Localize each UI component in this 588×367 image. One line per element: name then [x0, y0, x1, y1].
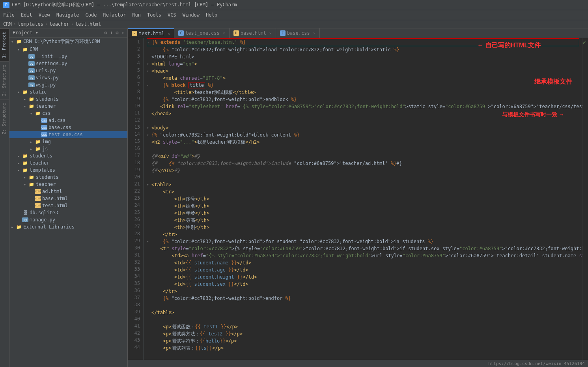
tree-item-ad-css[interactable]: cssad.css [9, 117, 127, 124]
fold-43[interactable] [147, 337, 151, 345]
fold-7[interactable]: ▾ [147, 82, 151, 89]
fold-34[interactable] [147, 273, 151, 281]
code-line-1: ▾{% extends 'teacher/base.html' %} [147, 38, 579, 46]
menu-item-run[interactable]: Run [129, 11, 144, 19]
tree-item-students-tpl[interactable]: ▸📁students [9, 174, 127, 181]
editor-area[interactable]: ← 自己写的HTML文件 继承模板文件 与模板文件书写时一致 → 1234567… [128, 38, 588, 360]
fold-5[interactable]: ▾ [147, 67, 151, 75]
tab-test-one-css[interactable]: Ctest_one.css× [174, 28, 230, 38]
fold-40[interactable] [147, 316, 151, 323]
tree-item-ext-libs[interactable]: ▸📁External Libraries [9, 223, 127, 230]
tree-item-js[interactable]: ▸📁js [9, 145, 127, 152]
menu-item-edit[interactable]: Edit [18, 11, 35, 19]
tree-item-teacher-static[interactable]: ▾📁teacher [9, 103, 127, 110]
fold-13[interactable]: ▾ [147, 124, 151, 131]
fold-26[interactable] [147, 217, 151, 224]
tree-item-init-py[interactable]: py__init__.py [9, 53, 127, 60]
tree-item-teacher-app[interactable]: ▸📁teacher [9, 159, 127, 167]
fold-27[interactable] [147, 224, 151, 231]
tree-item-static[interactable]: ▾📁static [9, 88, 127, 95]
tree-item-base-html[interactable]: htmlbase.html [9, 195, 127, 202]
fold-44[interactable] [147, 345, 151, 352]
fold-19[interactable] [147, 167, 151, 174]
fold-25[interactable] [147, 210, 151, 217]
tree-item-students-static[interactable]: ▸📁students [9, 95, 127, 103]
tree-container[interactable]: ▾📁CRM D:\Python学院学习环境\CRM ▾📁CRM py__init… [9, 37, 127, 230]
tree-item-css[interactable]: ▾📁css [9, 110, 127, 117]
menu-item-tools[interactable]: Tools [144, 11, 164, 19]
code-lines[interactable]: ▾{% extends 'teacher/base.html' %} {% "c… [144, 38, 582, 360]
tree-item-ad-html[interactable]: htmlad.html [9, 188, 127, 195]
breadcrumb-item-2[interactable]: teacher [49, 21, 69, 27]
tab-test-html[interactable]: Htest.html× [128, 28, 174, 38]
tree-label-teacher-tpl: teacher [36, 182, 56, 187]
fold-3[interactable] [147, 53, 151, 60]
fold-29[interactable]: ▾ [147, 238, 151, 245]
fold-35[interactable] [147, 281, 151, 288]
fold-23[interactable] [147, 195, 151, 202]
tree-item-db-sqlite3[interactable]: 🗄db.sqlite3 [9, 209, 127, 216]
menu-item-vcs[interactable]: VCS [164, 11, 179, 19]
menu-item-view[interactable]: View [35, 11, 53, 19]
fold-24[interactable] [147, 202, 151, 210]
tree-item-wsgi-py[interactable]: pywsgi.py [9, 81, 127, 88]
tree-item-crm-root[interactable]: ▾📁CRM D:\Python学院学习环境\CRM [9, 37, 127, 46]
fold-22[interactable] [147, 188, 151, 195]
breadcrumb-item-1[interactable]: templates [18, 21, 43, 27]
fold-20[interactable] [147, 174, 151, 181]
vtab-2--Structure[interactable]: 2: Structure [0, 61, 9, 99]
tab-close-test-html[interactable]: × [168, 32, 170, 36]
vtab-1--Project[interactable]: 1: Project [0, 28, 9, 61]
fold-28[interactable] [147, 231, 151, 238]
fold-42[interactable] [147, 330, 151, 337]
fold-17[interactable] [147, 153, 151, 160]
fold-38[interactable] [147, 302, 151, 309]
fold-39[interactable] [147, 309, 151, 316]
tree-item-test-one-css[interactable]: csstest_one.css [9, 131, 127, 138]
tree-item-students-app[interactable]: ▸📁students [9, 152, 127, 159]
tree-item-settings-py[interactable]: pysettings.py [9, 60, 127, 67]
fold-14[interactable]: ▾ [147, 131, 151, 139]
tab-base-html[interactable]: Hbase.html× [230, 28, 276, 38]
fold-6[interactable] [147, 75, 151, 82]
fold-37[interactable] [147, 295, 151, 302]
menu-item-refactor[interactable]: Refactor [100, 11, 129, 19]
tab-close-base-css[interactable]: × [313, 31, 315, 36]
tree-item-templates[interactable]: ▾📁templates [9, 167, 127, 174]
menu-item-code[interactable]: Code [82, 11, 100, 19]
fold-41[interactable] [147, 323, 151, 330]
fold-1[interactable]: ▾ [147, 39, 152, 46]
fold-16[interactable] [147, 146, 151, 153]
fold-21[interactable]: ▾ [147, 181, 151, 188]
menu-item-file[interactable]: File [0, 11, 18, 19]
menu-item-window[interactable]: Window [179, 11, 203, 19]
tree-item-urls-py[interactable]: pyurls.py [9, 67, 127, 74]
fold-4[interactable]: ▾ [147, 60, 151, 67]
fold-18[interactable] [147, 160, 151, 167]
tree-item-img[interactable]: ▸📁img [9, 138, 127, 145]
breadcrumb-item-3[interactable]: test.html [75, 21, 101, 27]
fold-33[interactable] [147, 266, 151, 273]
breadcrumb-item-0[interactable]: CRM [3, 21, 12, 27]
fold-9[interactable] [147, 96, 151, 103]
vtab-Z--Structure[interactable]: Z: Structure [0, 99, 9, 137]
tree-item-manage-py[interactable]: pymanage.py [9, 216, 127, 223]
fold-11[interactable] [147, 110, 151, 117]
tree-item-base-css[interactable]: cssbase.css [9, 124, 127, 131]
fold-2[interactable] [147, 46, 151, 53]
tree-item-test-html[interactable]: htmltest.html [9, 202, 127, 209]
fold-36[interactable] [147, 288, 151, 295]
fold-8[interactable] [147, 89, 151, 96]
menu-item-help[interactable]: Help [203, 11, 220, 19]
tab-base-css[interactable]: Cbase.css× [276, 28, 320, 38]
tree-item-teacher-tpl[interactable]: ▾📁teacher [9, 181, 127, 188]
tree-item-views-py[interactable]: pyviews.py [9, 74, 127, 81]
tab-close-test-one-css[interactable]: × [223, 31, 225, 36]
menu-item-navigate[interactable]: Navigate [53, 11, 82, 19]
tree-label-urls-py: urls.py [36, 68, 56, 73]
tab-close-base-html[interactable]: × [269, 31, 272, 36]
fold-15[interactable] [147, 139, 151, 146]
fold-32[interactable] [147, 259, 151, 266]
fold-12[interactable] [147, 117, 151, 124]
tree-item-crm-sub[interactable]: ▾📁CRM [9, 46, 127, 53]
